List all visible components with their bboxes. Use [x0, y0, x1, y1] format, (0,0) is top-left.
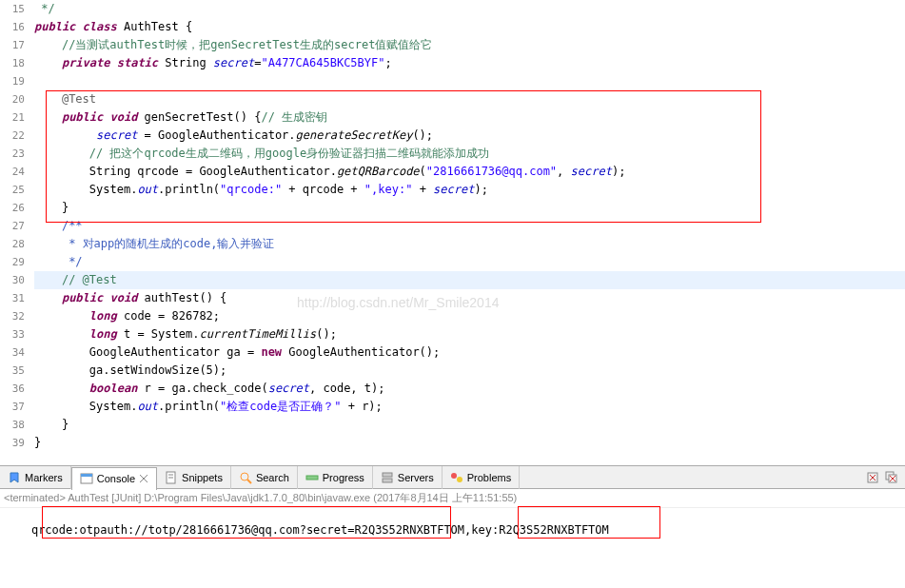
line-number: 24 [0, 163, 25, 181]
problems-icon [450, 471, 463, 484]
line-number: 16 [0, 18, 25, 36]
line-number: 33 [0, 325, 25, 343]
code-line[interactable]: // @Test [34, 271, 905, 289]
code-line[interactable]: } [34, 199, 905, 217]
code-line[interactable]: */ [34, 253, 905, 271]
console-toolbar [865, 470, 905, 485]
svg-point-7 [241, 473, 248, 480]
line-number: 17 [0, 36, 25, 54]
code-line[interactable]: // 把这个qrcode生成二维码，用google身份验证器扫描二维码就能添加成… [34, 145, 905, 163]
snippets-icon [165, 471, 178, 484]
line-number: 27 [0, 217, 25, 235]
svg-rect-1 [81, 474, 92, 477]
svg-point-13 [457, 477, 462, 482]
svg-rect-11 [383, 479, 392, 482]
tab-label: Progress [323, 472, 364, 483]
remove-launches-icon[interactable] [865, 470, 880, 485]
tab-problems[interactable]: Problems [443, 466, 520, 489]
servers-icon [381, 471, 394, 484]
code-line[interactable]: private static String secret="A477CA645B… [34, 54, 905, 72]
markers-icon [8, 471, 21, 484]
console-output-text: qrcode:otpauth://totp/2816661736@qq.com?… [31, 523, 609, 537]
line-gutter: 1516171819202122232425262728293031323334… [0, 0, 30, 465]
line-number: 15 [0, 0, 25, 18]
code-editor[interactable]: 1516171819202122232425262728293031323334… [0, 0, 905, 466]
code-line[interactable]: ga.setWindowSize(5); [34, 362, 905, 380]
line-number: 32 [0, 307, 25, 325]
tab-progress[interactable]: Progress [298, 466, 373, 489]
tab-label: Servers [398, 472, 434, 483]
code-line[interactable]: /** [34, 217, 905, 235]
code-line[interactable]: long t = System.currentTimeMillis(); [34, 325, 905, 343]
code-line[interactable] [34, 72, 905, 90]
code-line[interactable]: @Test [34, 90, 905, 108]
code-line[interactable]: public void genSecretTest() {// 生成密钥 [34, 108, 905, 127]
svg-line-8 [247, 480, 251, 483]
progress-icon [305, 471, 319, 484]
line-number: 26 [0, 199, 25, 217]
line-number: 29 [0, 253, 25, 271]
line-number: 35 [0, 362, 25, 380]
svg-rect-10 [383, 473, 392, 477]
line-number: 34 [0, 343, 25, 362]
code-line[interactable]: * 对app的随机生成的code,输入并验证 [34, 235, 905, 253]
line-number: 19 [0, 72, 25, 90]
code-line[interactable]: boolean r = ga.check_code(secret, code, … [34, 380, 905, 398]
code-line[interactable]: System.out.println("检查code是否正确？" + r); [34, 398, 905, 416]
tab-search[interactable]: Search [231, 466, 298, 489]
code-line[interactable]: */ [34, 0, 905, 18]
line-number: 36 [0, 380, 25, 398]
code-line[interactable]: GoogleAuthenticator ga = new GoogleAuthe… [34, 343, 905, 362]
console-icon [80, 472, 93, 485]
line-number: 31 [0, 289, 25, 307]
tab-label: Snippets [182, 472, 223, 483]
line-number: 38 [0, 416, 25, 434]
tab-console[interactable]: Console [71, 467, 157, 490]
close-icon[interactable] [139, 474, 148, 483]
tab-label: Markers [25, 472, 63, 483]
tab-label: Search [256, 472, 289, 483]
tab-servers[interactable]: Servers [373, 466, 443, 489]
code-area[interactable]: http://blog.csdn.net/Mr_Smile2014 */publ… [30, 0, 905, 465]
code-line[interactable]: public class AuthTest { [34, 18, 905, 36]
line-number: 39 [0, 434, 25, 452]
code-line[interactable]: System.out.println("qrcode:" + qrcode + … [34, 181, 905, 199]
console-status: <terminated> AuthTest [JUnit] D:\Program… [0, 489, 905, 508]
line-number: 20 [0, 90, 25, 108]
tab-markers[interactable]: Markers [0, 466, 71, 489]
search-icon [239, 471, 252, 484]
remove-all-icon[interactable] [884, 470, 899, 485]
code-line[interactable]: //当测试authTest时候，把genSecretTest生成的secret值… [34, 36, 905, 54]
line-number: 18 [0, 54, 25, 72]
svg-rect-9 [306, 476, 318, 480]
code-line[interactable]: public void authTest() { [34, 289, 905, 307]
line-number: 30 [0, 271, 25, 289]
code-line[interactable]: } [34, 434, 905, 452]
code-line[interactable]: secret = GoogleAuthenticator.generateSec… [34, 127, 905, 145]
line-number: 22 [0, 127, 25, 145]
tab-snippets[interactable]: Snippets [157, 466, 231, 489]
line-number: 28 [0, 235, 25, 253]
console-output[interactable]: qrcode:otpauth://totp/2816661736@qq.com?… [0, 508, 905, 588]
tab-label: Problems [467, 472, 511, 483]
line-number: 37 [0, 398, 25, 416]
tab-label: Console [97, 473, 135, 484]
line-number: 21 [0, 108, 25, 127]
view-tabs-bar: MarkersConsoleSnippetsSearchProgressServ… [0, 466, 905, 489]
code-line[interactable]: String qrcode = GoogleAuthenticator.getQ… [34, 163, 905, 181]
code-line[interactable]: long code = 826782; [34, 307, 905, 325]
line-number: 23 [0, 145, 25, 163]
console-panel: MarkersConsoleSnippetsSearchProgressServ… [0, 466, 905, 588]
code-line[interactable]: } [34, 416, 905, 434]
line-number: 25 [0, 181, 25, 199]
svg-point-12 [451, 473, 457, 479]
